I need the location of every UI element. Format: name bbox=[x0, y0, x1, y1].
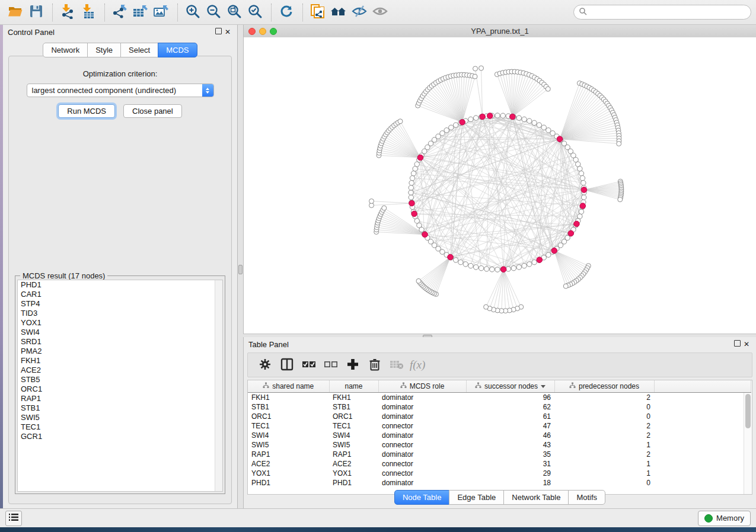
network-canvas[interactable] bbox=[244, 37, 756, 334]
clone-network-button[interactable] bbox=[308, 3, 327, 22]
tab-node-table[interactable]: Node Table bbox=[394, 490, 450, 505]
cell[interactable]: 46 bbox=[466, 431, 554, 440]
mcds-result-item[interactable]: ORC1 bbox=[18, 384, 222, 394]
memory-button[interactable]: Memory bbox=[698, 511, 751, 526]
cell[interactable]: 47 bbox=[466, 421, 554, 431]
cell[interactable]: 29 bbox=[466, 469, 554, 478]
tab-style[interactable]: Style bbox=[87, 43, 121, 57]
float-panel-icon[interactable] bbox=[732, 340, 742, 348]
search-box[interactable] bbox=[573, 5, 751, 20]
cell[interactable]: FKH1 bbox=[248, 393, 329, 403]
cell[interactable]: YOX1 bbox=[329, 469, 378, 478]
result-list-scrollbar[interactable] bbox=[215, 280, 222, 491]
mcds-result-item[interactable]: GCR1 bbox=[18, 432, 222, 441]
import-network-button[interactable] bbox=[58, 3, 77, 22]
run-mcds-button[interactable]: Run MCDS bbox=[58, 104, 115, 118]
cell[interactable]: connector bbox=[378, 459, 466, 469]
delete-table-button[interactable] bbox=[388, 356, 406, 374]
cell[interactable]: 62 bbox=[466, 402, 554, 412]
zoom-fit-button[interactable] bbox=[225, 3, 244, 22]
cell[interactable]: PHD1 bbox=[248, 478, 329, 488]
column-header-name[interactable]: name bbox=[329, 380, 378, 393]
node-table[interactable]: shared namenameMCDS rolesuccessor nodesp… bbox=[247, 380, 752, 495]
cell[interactable]: ACE2 bbox=[329, 459, 378, 469]
table-row[interactable]: ORC1ORC1dominator610 bbox=[248, 412, 751, 421]
import-table-button[interactable] bbox=[79, 3, 98, 22]
cell[interactable]: SWI5 bbox=[329, 440, 378, 450]
table-row[interactable]: RAP1RAP1dominator352 bbox=[248, 450, 751, 459]
mcds-result-item[interactable]: SRD1 bbox=[18, 337, 222, 347]
close-panel-icon[interactable]: ✕ bbox=[223, 28, 232, 36]
cell[interactable]: 35 bbox=[466, 450, 554, 459]
table-row[interactable]: SWI4SWI4dominator462 bbox=[248, 431, 751, 440]
cell[interactable]: RAP1 bbox=[248, 450, 329, 459]
criterion-dropdown[interactable]: largest connected component (undirected) bbox=[27, 84, 214, 97]
tab-motifs[interactable]: Motifs bbox=[568, 490, 605, 505]
search-input[interactable] bbox=[587, 8, 746, 17]
tab-network-table[interactable]: Network Table bbox=[503, 490, 569, 505]
mcds-result-item[interactable]: ACE2 bbox=[18, 366, 222, 375]
mcds-result-item[interactable]: TID3 bbox=[18, 309, 222, 318]
open-session-button[interactable] bbox=[6, 3, 25, 22]
cell[interactable]: 2 bbox=[554, 450, 654, 459]
cell[interactable]: dominator bbox=[378, 412, 466, 421]
hide-selected-button[interactable] bbox=[350, 3, 369, 22]
cell[interactable]: dominator bbox=[378, 393, 466, 403]
table-row[interactable]: SWI5SWI5connector431 bbox=[248, 440, 751, 450]
cell[interactable]: dominator bbox=[378, 450, 466, 459]
cell[interactable]: 0 bbox=[554, 402, 654, 412]
table-scrollbar[interactable] bbox=[744, 393, 752, 494]
cell[interactable]: 1 bbox=[554, 440, 654, 450]
cell[interactable]: 18 bbox=[466, 478, 554, 488]
show-panels-button[interactable] bbox=[5, 511, 22, 526]
cell[interactable]: ORC1 bbox=[248, 412, 329, 421]
float-panel-icon[interactable] bbox=[213, 28, 223, 36]
cell[interactable]: RAP1 bbox=[329, 450, 378, 459]
zoom-in-button[interactable] bbox=[183, 3, 202, 22]
mcds-result-item[interactable]: STB5 bbox=[18, 375, 222, 384]
mcds-result-item[interactable]: STP4 bbox=[18, 299, 222, 309]
tab-network[interactable]: Network bbox=[43, 43, 88, 57]
tab-mcds[interactable]: MCDS bbox=[158, 43, 197, 57]
cell[interactable]: YOX1 bbox=[248, 469, 329, 478]
cell[interactable]: ACE2 bbox=[248, 459, 329, 469]
mcds-result-item[interactable]: CAR1 bbox=[18, 290, 222, 299]
mcds-result-item[interactable]: FKH1 bbox=[18, 356, 222, 366]
table-row[interactable]: FKH1FKH1dominator962 bbox=[248, 393, 751, 403]
cell[interactable]: dominator bbox=[378, 478, 466, 488]
cell[interactable]: FKH1 bbox=[329, 393, 378, 403]
table-row[interactable]: TEC1TEC1connector472 bbox=[248, 421, 751, 431]
network-overview-button[interactable] bbox=[329, 3, 348, 22]
cell[interactable]: ORC1 bbox=[329, 412, 378, 421]
close-panel-button[interactable]: Close panel bbox=[123, 104, 182, 118]
column-header-successor-nodes[interactable]: successor nodes bbox=[466, 380, 554, 393]
cell[interactable]: 0 bbox=[554, 478, 654, 488]
zoom-selected-button[interactable] bbox=[245, 3, 264, 22]
cell[interactable]: 2 bbox=[554, 393, 654, 403]
mcds-result-item[interactable]: TEC1 bbox=[18, 422, 222, 432]
cell[interactable]: connector bbox=[378, 469, 466, 478]
cell[interactable]: SWI4 bbox=[329, 431, 378, 440]
table-row[interactable]: YOX1YOX1connector291 bbox=[248, 469, 751, 478]
refresh-button[interactable] bbox=[277, 3, 296, 22]
cell[interactable]: 61 bbox=[466, 412, 554, 421]
mcds-result-item[interactable]: RAP1 bbox=[18, 394, 222, 403]
cell[interactable]: SWI5 bbox=[248, 440, 329, 450]
cell[interactable]: connector bbox=[378, 421, 466, 431]
cell[interactable]: SWI4 bbox=[248, 431, 329, 440]
tab-edge-table[interactable]: Edge Table bbox=[449, 490, 504, 505]
cell[interactable]: STB1 bbox=[248, 402, 329, 412]
cell[interactable]: TEC1 bbox=[248, 421, 329, 431]
cell[interactable]: dominator bbox=[378, 431, 466, 440]
column-header-MCDS-role[interactable]: MCDS role bbox=[378, 380, 466, 393]
mcds-result-item[interactable]: YOX1 bbox=[18, 318, 222, 328]
table-scrollbar-thumb[interactable] bbox=[745, 394, 751, 428]
splitter-grip[interactable] bbox=[238, 265, 243, 274]
cell[interactable]: dominator bbox=[378, 402, 466, 412]
cell[interactable]: connector bbox=[378, 440, 466, 450]
cell[interactable]: 0 bbox=[554, 412, 654, 421]
mcds-result-list[interactable]: PHD1CAR1STP4TID3YOX1SWI4SRD1PMA2FKH1ACE2… bbox=[17, 280, 223, 492]
column-settings-button[interactable] bbox=[256, 356, 274, 374]
mcds-result-item[interactable]: STB1 bbox=[18, 403, 222, 413]
cell[interactable]: 1 bbox=[554, 459, 654, 469]
